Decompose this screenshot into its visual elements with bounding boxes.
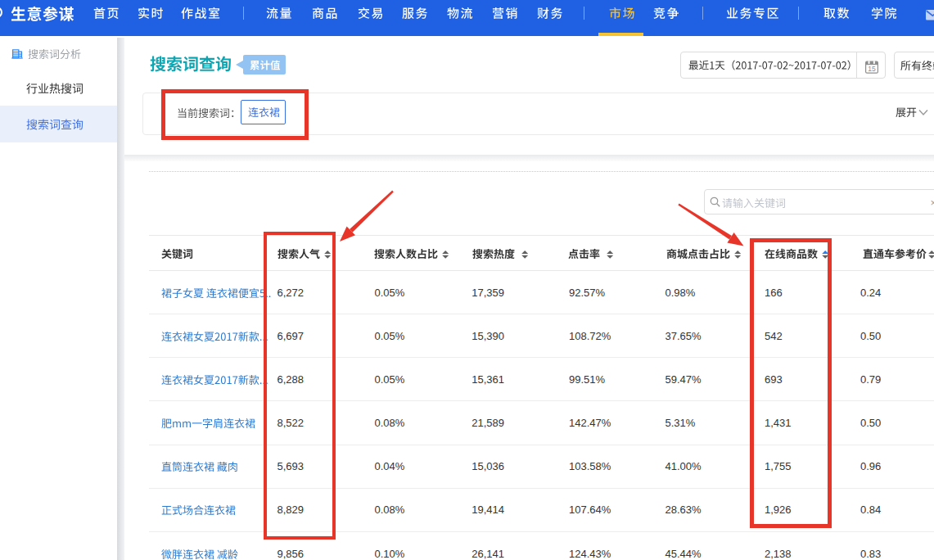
svg-text:15: 15 [868,65,876,73]
